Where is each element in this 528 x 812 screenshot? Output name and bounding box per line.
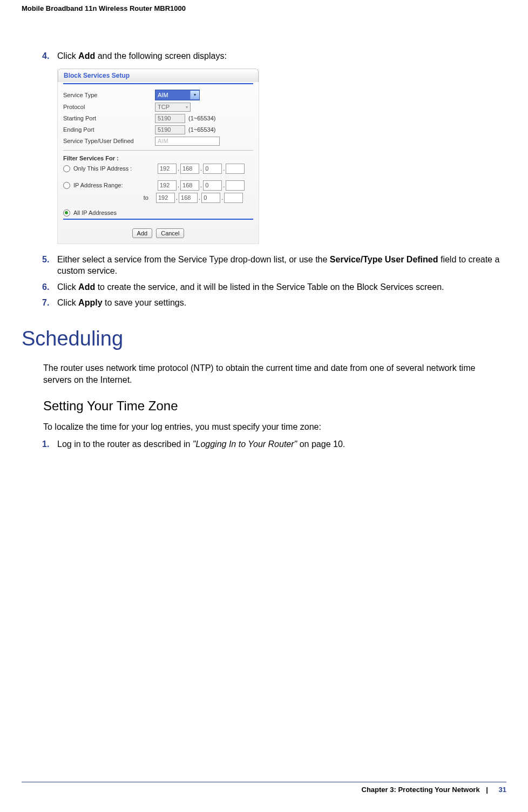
radio-only-this-ip[interactable] (63, 165, 70, 172)
starting-port-range: (1~65534) (188, 115, 215, 121)
stz-step-1-italic: "Logging In to Your Router" (193, 439, 297, 449)
step-7: 7. Click Apply to save your settings. (57, 297, 506, 309)
service-type-select[interactable]: AIM ▾ (155, 90, 200, 100)
user-defined-label: Service Type/User Defined (63, 138, 155, 144)
block-services-setup-panel: Block Services Setup Service Type AIM ▾ … (57, 69, 259, 244)
range-to-label: to (63, 194, 156, 201)
stz-step-1-number: 1. (42, 438, 49, 450)
divider (63, 150, 253, 151)
step-6-t2: to create the service, and it will be li… (95, 282, 444, 292)
step-5-bold: Service/Type User Defined (330, 255, 438, 264)
ending-port-input[interactable]: 5190 (155, 125, 185, 134)
footer-chapter: Chapter 3: Protecting Your Network (362, 786, 480, 794)
range-from-oct2[interactable]: 168 (180, 180, 199, 191)
all-ip-label: All IP Addresses (73, 209, 117, 216)
step-4-number: 4. (42, 50, 49, 62)
step-5-number: 5. (42, 254, 49, 266)
protocol-label: Protocol (63, 104, 155, 110)
stz-intro: To localize the time for your log entrie… (43, 421, 506, 433)
step-4-text-pre: Click (57, 51, 78, 60)
range-to-oct4[interactable] (224, 193, 243, 203)
scheduling-paragraph: The router uses network time protocol (N… (43, 362, 506, 385)
starting-port-input[interactable]: 5190 (155, 114, 185, 123)
scheduling-heading: Scheduling (22, 327, 506, 350)
range-from-oct3[interactable]: 0 (203, 180, 222, 191)
step-7-number: 7. (42, 297, 49, 309)
user-defined-input[interactable]: AIM (155, 137, 220, 146)
stz-step-1: 1. Log in to the router as described in … (57, 438, 506, 450)
cancel-button[interactable]: Cancel (156, 228, 184, 238)
ip-range-label: IP Address Range: (73, 182, 158, 188)
chevron-down-icon: ▾ (184, 105, 188, 110)
radio-all-ip[interactable] (63, 209, 70, 216)
starting-port-label: Starting Port (63, 115, 155, 121)
step-7-t1: Click (57, 298, 78, 307)
setting-time-zone-heading: Setting Your Time Zone (43, 398, 506, 414)
chevron-down-icon: ▾ (190, 91, 199, 99)
protocol-select[interactable]: TCP ▾ (155, 103, 191, 112)
only-ip-oct3[interactable]: 0 (203, 164, 222, 174)
step-4-text-post: and the following screen displays: (95, 51, 227, 60)
range-to-oct1[interactable]: 192 (156, 193, 175, 203)
divider (63, 219, 253, 220)
ending-port-label: Ending Port (63, 126, 155, 133)
add-button[interactable]: Add (132, 228, 153, 238)
page-footer: Chapter 3: Protecting Your Network | 31 (22, 782, 506, 794)
only-ip-oct2[interactable]: 168 (180, 164, 199, 174)
step-6-bold: Add (78, 282, 95, 292)
document-header: Mobile Broadband 11n Wireless Router MBR… (22, 4, 506, 12)
filter-services-title: Filter Services For : (58, 154, 259, 163)
step-4-bold: Add (78, 51, 95, 60)
footer-page-number: 31 (499, 786, 506, 794)
protocol-value: TCP (158, 104, 170, 110)
step-7-t2: to save your settings. (103, 298, 187, 307)
divider (63, 83, 253, 84)
step-6-number: 6. (42, 281, 49, 293)
range-from-oct4[interactable] (226, 180, 245, 191)
service-type-value: AIM (158, 92, 168, 98)
step-6-t1: Click (57, 282, 78, 292)
panel-title: Block Services Setup (58, 69, 259, 82)
range-to-oct2[interactable]: 168 (179, 193, 198, 203)
footer-separator: | (486, 786, 488, 794)
service-type-label: Service Type (63, 92, 155, 98)
stz-step-1-t1: Log in to the router as described in (57, 439, 193, 449)
step-6: 6. Click Add to create the service, and … (57, 281, 506, 293)
range-to-oct3[interactable]: 0 (201, 193, 220, 203)
step-5-t1: Either select a service from the Service… (57, 255, 330, 264)
only-ip-oct4[interactable] (226, 164, 245, 174)
range-from-oct1[interactable]: 192 (158, 180, 177, 191)
only-ip-oct1[interactable]: 192 (158, 164, 177, 174)
step-5: 5. Either select a service from the Serv… (57, 254, 506, 277)
only-this-ip-label: Only This IP Address : (73, 165, 158, 172)
radio-ip-range[interactable] (63, 182, 70, 189)
step-4: 4. Click Add and the following screen di… (57, 50, 506, 62)
stz-step-1-t2: on page 10. (297, 439, 345, 449)
ending-port-range: (1~65534) (188, 126, 215, 133)
step-7-bold: Apply (78, 298, 102, 307)
